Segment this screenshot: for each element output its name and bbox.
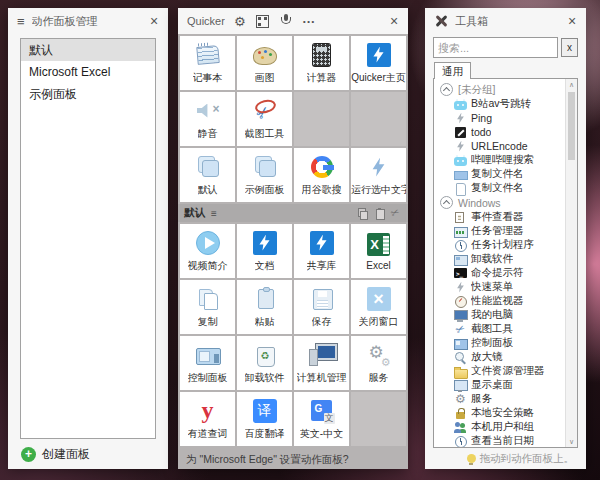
scroll-up-icon[interactable]: ∧ [569,79,574,90]
toolbox-item[interactable]: 查看当前日期 [434,434,577,448]
toolbox-item[interactable]: 控制面板 [434,336,577,350]
toolbox-item[interactable]: 截图工具 [434,322,577,336]
action-label: 记事本 [193,71,223,85]
toolbox-item[interactable]: 命令提示符 [434,266,577,280]
toolbox-item[interactable]: 任务计划程序 [434,238,577,252]
more-icon[interactable]: ··· [301,13,317,29]
toolbox-item[interactable]: 文件资源管理器 [434,364,577,378]
search-input[interactable] [433,37,558,58]
section-menu-icon[interactable]: ≡ [211,208,217,219]
action-cell[interactable]: 计算器 [294,36,349,90]
scrollbar[interactable]: ∧ ∨ [565,79,577,447]
toolbox-item[interactable]: 性能监视器 [434,294,577,308]
toolbox-item[interactable]: 我的电脑 [434,308,577,322]
toolbox-item[interactable]: 哔哩哔哩搜索 [434,153,577,167]
empty-cell [294,92,349,146]
quicker-titlebar[interactable]: Quicker ⚙ ··· × [178,8,408,34]
action-cell[interactable]: 服务 [351,336,406,390]
todo-icon [454,126,467,139]
action-label: 用谷歌搜 [302,183,342,197]
qr-code-icon[interactable] [255,13,271,29]
action-label: 控制面板 [188,371,228,385]
toolbox-item[interactable]: B站av号跳转 [434,97,577,111]
action-cell[interactable]: 截图工具 [237,92,292,146]
action-cell[interactable]: 共享库 [294,224,349,278]
action-cell[interactable]: 英文-中文 [294,392,349,446]
youdao-icon [193,398,223,425]
group-header-windows[interactable]: Windows [434,195,577,210]
create-panel-button[interactable]: + 创建面板 [8,439,168,469]
toolbox-item[interactable]: 显示桌面 [434,378,577,392]
panel-list-item-sample[interactable]: 示例面板 [21,83,155,105]
toolbox-item[interactable]: 任务管理器 [434,224,577,238]
paste-icon[interactable] [374,208,385,219]
plus-icon: + [21,447,36,462]
action-cell[interactable]: 记事本 [180,36,235,90]
toolbox-item[interactable]: URLEncode [434,139,577,153]
action-cell[interactable]: 关闭窗口 [351,280,406,334]
panel-manager-title: 动作面板管理 [32,14,98,29]
action-cell[interactable]: 有道查词 [180,392,235,446]
action-label: 粘贴 [255,315,275,329]
cut-icon[interactable] [391,208,402,219]
action-cell[interactable]: 卸载软件 [237,336,292,390]
panel-list-item-excel[interactable]: Microsoft Excel [21,61,155,83]
pc-icon [454,309,467,322]
bilibili-icon [454,154,467,167]
empty-cell [351,392,406,446]
toolbox-item[interactable]: 服务 [434,392,577,406]
boltg-icon [454,112,467,125]
close-icon[interactable]: × [380,8,408,34]
action-cell[interactable]: 复制 [180,280,235,334]
action-cell[interactable]: 画图 [237,36,292,90]
toolbox-titlebar[interactable]: 工具箱 × [425,8,586,34]
action-cell[interactable]: 保存 [294,280,349,334]
panel-manager-titlebar[interactable]: ≡ 动作面板管理 × [8,8,168,34]
menu-icon[interactable]: ≡ [17,15,25,28]
toolbox-item[interactable]: 卸载软件 [434,252,577,266]
global-actions-grid: 记事本 画图 计算器 Quicker主页 [178,34,408,204]
close-icon[interactable]: × [140,8,168,34]
toolbox-item[interactable]: 复制文件名 [434,181,577,195]
action-cell[interactable]: 计算机管理 [294,336,349,390]
tab-general[interactable]: 通用 [434,62,471,79]
clock-icon [454,239,467,252]
copy-icon[interactable] [357,208,368,219]
scroll-down-icon[interactable]: ∨ [569,436,574,447]
action-cell[interactable]: 静音 [180,92,235,146]
action-cell[interactable]: 粘贴 [237,280,292,334]
toolbox-item[interactable]: Ping [434,111,577,125]
toolbox-list: [未分组] B站av号跳转 Ping tod [433,78,578,448]
toolbox-item-label: 哔哩哔哩搜索 [471,153,534,167]
boltg-icon [454,140,467,153]
toolbox-item[interactable]: 本地安全策略 [434,406,577,420]
chevron-up-icon [440,196,453,209]
toolbox-item[interactable]: todo [434,125,577,139]
action-cell[interactable]: 运行选中文字 [351,148,406,202]
group-name: Windows [458,197,501,209]
taskmgr-icon [454,225,467,238]
toolbox-item[interactable]: 事件查看器 [434,210,577,224]
gear-icon[interactable]: ⚙ [232,13,248,29]
action-cell[interactable]: 百度翻译 [237,392,292,446]
toolbox-item[interactable]: 本机用户和组 [434,420,577,434]
close-icon[interactable]: × [558,8,586,34]
action-cell[interactable]: Quicker主页 [351,36,406,90]
toolbox-item[interactable]: 复制文件名 [434,167,577,181]
microphone-icon[interactable] [278,13,294,29]
action-cell[interactable]: Excel [351,224,406,278]
toolbox-item[interactable]: 快速菜单 [434,280,577,294]
scrollbar-thumb[interactable] [568,92,575,160]
toolbox-item[interactable]: 放大镜 [434,350,577,364]
quicker-body: 记事本 画图 计算器 Quicker主页 [178,34,408,469]
action-cell[interactable]: 视频简介 [180,224,235,278]
action-cell[interactable]: 示例面板 [237,148,292,202]
clear-search-button[interactable]: x [561,38,578,57]
action-cell[interactable]: 文档 [237,224,292,278]
action-cell[interactable]: 控制面板 [180,336,235,390]
panel-list-item-default[interactable]: 默认 [21,39,155,61]
group-header-ungrouped[interactable]: [未分组] [434,82,577,97]
status-bar[interactable]: 为 "Microsoft Edge" 设置动作面板? [178,450,408,469]
action-cell[interactable]: 默认 [180,148,235,202]
action-cell[interactable]: 用谷歌搜 [294,148,349,202]
